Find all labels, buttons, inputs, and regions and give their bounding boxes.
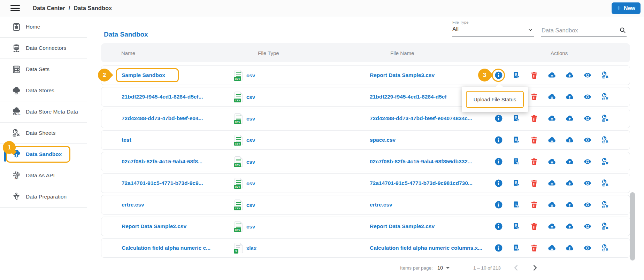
file-name-link[interactable]: test: [122, 137, 131, 143]
data-store-icon[interactable]: [548, 71, 556, 79]
data-sheet-icon[interactable]: [601, 179, 610, 187]
scrollbar-thumb[interactable]: [630, 192, 635, 260]
search-icon[interactable]: [619, 27, 626, 33]
tooltip-text: Upload File Status: [466, 91, 524, 108]
data-sheet-icon[interactable]: [601, 114, 610, 123]
view-icon[interactable]: [583, 222, 592, 231]
items-per-page-select[interactable]: 10: [437, 265, 450, 271]
upload-icon[interactable]: [566, 157, 574, 166]
info-icon[interactable]: [495, 114, 503, 123]
file-name-link[interactable]: Report Data Sample2.csv: [122, 223, 186, 230]
file-name-link[interactable]: ertre.csv: [122, 202, 144, 208]
source-file-link[interactable]: space.csv: [370, 137, 396, 143]
info-icon[interactable]: [495, 157, 503, 166]
file-log-icon[interactable]: [512, 157, 521, 166]
file-name-link[interactable]: 21bdf229-f945-4ed1-8284-d5cf...: [122, 94, 203, 100]
view-icon[interactable]: [583, 114, 592, 123]
delete-icon[interactable]: [530, 179, 538, 187]
data-store-icon[interactable]: [548, 114, 556, 123]
sidebar-item-data-as-api[interactable]: API Data As API: [0, 165, 87, 186]
info-icon[interactable]: [495, 244, 503, 252]
sidebar-item-data-sheets[interactable]: Data Sheets: [0, 123, 87, 144]
data-sheet-icon[interactable]: [601, 244, 610, 252]
delete-icon[interactable]: [530, 201, 538, 209]
file-name-link[interactable]: Sample Sandbox: [122, 72, 165, 78]
home-icon: [12, 22, 21, 31]
info-icon[interactable]: [495, 201, 503, 209]
sidebar-item-home[interactable]: Home: [0, 16, 87, 38]
file-log-icon[interactable]: [512, 136, 521, 144]
source-file-link[interactable]: ertre.csv: [370, 202, 392, 208]
delete-icon[interactable]: [530, 222, 538, 231]
info-icon[interactable]: [495, 136, 503, 144]
data-sheet-icon[interactable]: [601, 222, 610, 231]
view-icon[interactable]: [583, 71, 592, 79]
data-sheet-icon[interactable]: [601, 71, 610, 79]
data-store-icon[interactable]: [548, 244, 556, 252]
upload-icon[interactable]: [566, 244, 574, 252]
file-log-icon[interactable]: [512, 179, 521, 187]
hamburger-menu-icon[interactable]: [10, 3, 20, 13]
delete-icon[interactable]: [530, 244, 538, 252]
view-icon[interactable]: [583, 179, 592, 187]
view-icon[interactable]: [583, 136, 592, 144]
source-file-link[interactable]: Report Data Sample2.csv: [370, 223, 435, 230]
upload-icon[interactable]: [566, 201, 574, 209]
breadcrumb-item-data-center[interactable]: Data Center: [33, 5, 65, 11]
new-button[interactable]: + New: [612, 2, 641, 14]
data-sheet-icon[interactable]: [601, 201, 610, 209]
data-store-icon[interactable]: [548, 93, 556, 101]
file-name-link[interactable]: 02c7f08b-82f5-4c15-9ab4-68f8...: [122, 158, 202, 165]
upload-icon[interactable]: [566, 179, 574, 187]
info-icon[interactable]: [495, 179, 503, 187]
delete-icon[interactable]: [530, 93, 538, 101]
source-file-link[interactable]: 72d42488-dd73-47bd-b99f-e04074834c...: [370, 115, 472, 122]
next-page-button[interactable]: [530, 263, 539, 272]
source-file-link[interactable]: Calculation field alpha numeric columns.…: [370, 245, 482, 251]
data-store-icon[interactable]: [548, 179, 556, 187]
upload-icon[interactable]: [566, 114, 574, 123]
data-store-icon[interactable]: [548, 157, 556, 166]
file-type-select[interactable]: File Type All: [452, 19, 534, 37]
info-icon[interactable]: [495, 222, 503, 231]
previous-page-button[interactable]: [512, 263, 521, 272]
data-sheet-icon[interactable]: [601, 136, 610, 144]
data-store-icon[interactable]: [548, 222, 556, 231]
data-sheet-icon[interactable]: [601, 93, 610, 101]
sidebar-item-data-connectors[interactable]: Data Connectors: [0, 38, 87, 59]
file-type-label: csv: [246, 202, 255, 208]
source-file-link[interactable]: 21bdf229-f945-4ed1-8284-d5cf: [370, 94, 447, 100]
source-file-link[interactable]: 02c7f08b-82f5-4c15-9ab4-68f856db332...: [370, 158, 472, 165]
delete-icon[interactable]: [530, 157, 538, 166]
upload-icon[interactable]: [566, 136, 574, 144]
delete-icon[interactable]: [530, 71, 538, 79]
file-log-icon[interactable]: [512, 201, 521, 209]
file-log-icon[interactable]: [512, 71, 521, 79]
delete-icon[interactable]: [530, 136, 538, 144]
view-icon[interactable]: [583, 93, 592, 101]
view-icon[interactable]: [583, 157, 592, 166]
source-file-link[interactable]: Report Data Sample3.csv: [370, 72, 435, 78]
file-log-icon[interactable]: [512, 114, 521, 123]
upload-icon[interactable]: [566, 93, 574, 101]
sidebar-item-data-preparation[interactable]: Data Preparation: [0, 186, 87, 208]
file-log-icon[interactable]: [512, 244, 521, 252]
upload-icon[interactable]: [566, 71, 574, 79]
file-log-icon[interactable]: [512, 222, 521, 231]
search-input[interactable]: [541, 27, 612, 34]
delete-icon[interactable]: [530, 114, 538, 123]
info-icon[interactable]: [495, 71, 503, 79]
file-name-link[interactable]: Calculation field alpha numeric c...: [122, 245, 210, 251]
sidebar-item-data-store-meta-data[interactable]: </> Data Store Meta Data: [0, 101, 87, 123]
sidebar-item-data-stores[interactable]: Data Stores: [0, 80, 87, 101]
view-icon[interactable]: [583, 244, 592, 252]
data-store-icon[interactable]: [548, 136, 556, 144]
view-icon[interactable]: [583, 201, 592, 209]
file-name-link[interactable]: 72a14701-91c5-4771-b73d-9c9...: [122, 180, 203, 186]
sidebar-item-data-sets[interactable]: Data Sets: [0, 59, 87, 80]
source-file-link[interactable]: 72a14701-91c5-4771-b73d-9c981cd730...: [370, 180, 473, 186]
data-sheet-icon[interactable]: [601, 157, 610, 166]
file-name-link[interactable]: 72d42488-dd73-47bd-b99f-e04...: [122, 115, 203, 122]
upload-icon[interactable]: [566, 222, 574, 231]
data-store-icon[interactable]: [548, 201, 556, 209]
